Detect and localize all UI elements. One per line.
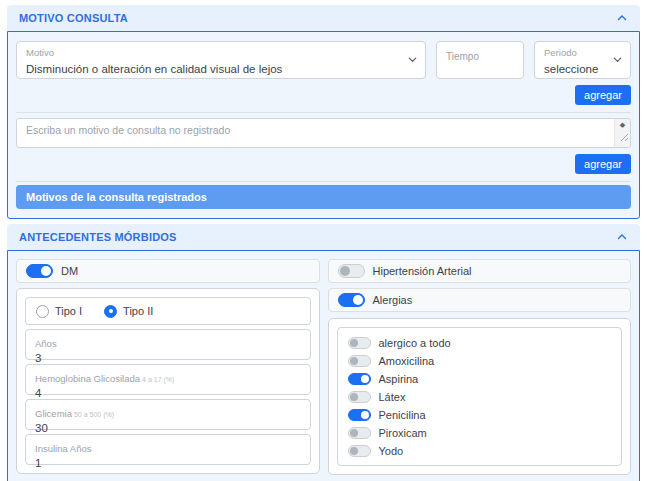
resize-grip-icon[interactable] (620, 128, 629, 146)
alergias-panel: alergico a todo Amoxicilina Aspirina (328, 318, 632, 475)
radio-tipo-2[interactable]: Tipo II (104, 305, 153, 318)
chevron-up-icon[interactable] (616, 231, 628, 243)
radio-tipo-1-label: Tipo I (55, 305, 82, 317)
allergy-label: Látex (379, 391, 406, 403)
allergy-item-amoxicilina: Amoxicilina (348, 353, 612, 368)
allergy-toggle[interactable] (348, 355, 371, 367)
allergy-item-alergico-a-todo: alergico a todo (348, 335, 612, 350)
motivo-select-value: Disminución o alteración en calidad visu… (26, 63, 282, 75)
scroll-diamond-icon: ◆ (620, 121, 625, 128)
radio-tipo-2-label: Tipo II (123, 305, 153, 317)
anos-field[interactable]: Años 3 (25, 329, 311, 360)
hipertension-toggle[interactable] (338, 264, 365, 278)
allergy-label: alergico a todo (379, 337, 451, 349)
antecedentes-morbidos-card: ANTECEDENTES MÓRBIDOS DM Tipo I (7, 224, 640, 481)
periodo-select[interactable]: Periodo seleccione (534, 41, 631, 79)
radio-icon[interactable] (36, 305, 49, 318)
dm-toggle[interactable] (26, 264, 53, 278)
allergy-label: Amoxicilina (379, 355, 435, 367)
alergias-label: Alergias (373, 294, 413, 306)
allergy-label: Yodo (379, 445, 404, 457)
allergy-item-penicilina: Penicilina (348, 407, 612, 422)
agregar-button[interactable]: agregar (575, 85, 631, 105)
allergy-item-yodo: Yodo (348, 443, 612, 458)
alergias-toggle-box: Alergias (328, 288, 632, 312)
dm-label: DM (61, 265, 78, 277)
insulina-anos-value: 1 (35, 456, 301, 471)
motivo-consulta-body: Motivo Disminución o alteración en calid… (7, 31, 640, 219)
periodo-select-label: Periodo (544, 46, 610, 59)
allergy-toggle[interactable] (348, 337, 371, 349)
allergy-label: Piroxicam (379, 427, 427, 439)
antecedentes-body: DM Tipo I Tipo II Años (7, 250, 640, 481)
agregar-button[interactable]: agregar (575, 154, 631, 174)
motivo-select-label: Motivo (26, 46, 405, 59)
antecedentes-columns: DM Tipo I Tipo II Años (16, 259, 631, 475)
textarea-scrollbar[interactable]: ◆ (614, 119, 630, 147)
allergy-item-latex: Látex (348, 389, 612, 404)
chevron-down-icon (612, 51, 623, 69)
textarea-placeholder: Escriba un motivo de consulta no registr… (26, 124, 230, 136)
allergy-label: Penicilina (379, 409, 426, 421)
motivo-consulta-title: MOTIVO CONSULTA (19, 12, 128, 24)
allergy-item-aspirina: Aspirina (348, 371, 612, 386)
alergias-list: alergico a todo Amoxicilina Aspirina (337, 327, 623, 466)
allergy-toggle[interactable] (348, 427, 371, 439)
alergias-toggle[interactable] (338, 293, 365, 307)
insulina-anos-label: Insulina Años (35, 443, 92, 454)
anos-label: Años (35, 338, 57, 349)
agregar-row-top: agregar (8, 79, 639, 109)
allergy-toggle[interactable] (348, 445, 371, 457)
motivo-consulta-header: MOTIVO CONSULTA (7, 5, 640, 31)
motivo-consulta-card: MOTIVO CONSULTA Motivo Disminución o alt… (7, 5, 640, 219)
antecedentes-header: ANTECEDENTES MÓRBIDOS (7, 224, 640, 250)
motivos-registrados-banner: Motivos de la consulta registrados (16, 185, 631, 209)
divider (16, 181, 631, 182)
column-otros: Hipertensión Arterial Alergias alergico … (328, 259, 632, 475)
insulina-anos-field[interactable]: Insulina Años 1 (25, 434, 311, 465)
tiempo-field-wrap (436, 41, 524, 79)
glicemia-field[interactable]: Glicemia50 a 500 (%) 30 (25, 399, 311, 430)
allergy-toggle[interactable] (348, 391, 371, 403)
divider (16, 112, 631, 113)
chevron-up-icon[interactable] (616, 12, 628, 24)
dm-details-panel: Tipo I Tipo II Años 3 Hemoglobina Glicos… (16, 288, 320, 474)
allergy-toggle[interactable] (348, 373, 371, 385)
dm-toggle-box: DM (16, 259, 320, 283)
radio-icon[interactable] (104, 305, 117, 318)
allergy-toggle[interactable] (348, 409, 371, 421)
glicemia-label: Glicemia (35, 408, 72, 419)
agregar-row-bottom: agregar (8, 148, 639, 178)
field-hint: 4 a 17 (%) (142, 376, 174, 383)
chevron-down-icon (407, 51, 418, 69)
tiempo-input[interactable] (446, 51, 515, 62)
hipertension-label: Hipertensión Arterial (373, 265, 472, 277)
tipo-radio-group: Tipo I Tipo II (25, 297, 311, 325)
field-hint: 50 a 500 (%) (74, 411, 114, 418)
hemoglobina-field[interactable]: Hemoglobina Glicosilada4 a 17 (%) 4 (25, 364, 311, 395)
motivo-row: Motivo Disminución o alteración en calid… (8, 32, 639, 79)
column-dm: DM Tipo I Tipo II Años (16, 259, 320, 474)
periodo-select-value: seleccione (544, 63, 598, 75)
allergy-item-piroxicam: Piroxicam (348, 425, 612, 440)
motivo-no-registrado-textarea[interactable]: Escriba un motivo de consulta no registr… (16, 118, 631, 148)
antecedentes-title: ANTECEDENTES MÓRBIDOS (19, 231, 177, 243)
hemoglobina-label: Hemoglobina Glicosilada (35, 373, 140, 384)
allergy-label: Aspirina (379, 373, 419, 385)
hipertension-toggle-box: Hipertensión Arterial (328, 259, 632, 283)
radio-tipo-1[interactable]: Tipo I (36, 305, 82, 318)
motivo-select[interactable]: Motivo Disminución o alteración en calid… (16, 41, 426, 79)
